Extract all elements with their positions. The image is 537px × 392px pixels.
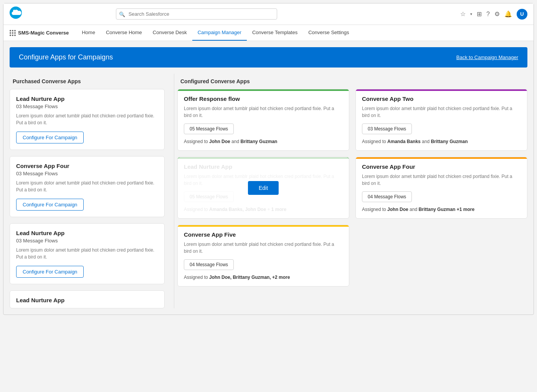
message-flows-button[interactable]: 04 Message Flows	[362, 191, 412, 202]
page-header: Configure Apps for Campaigns Back to Cam…	[10, 47, 527, 68]
right-panel-title: Configured Converse Apps	[177, 74, 527, 89]
list-item: Lead Nurture App 03 Message Flows Lorem …	[10, 223, 165, 284]
edit-button-wrap: Edit	[248, 181, 279, 195]
assigned-name: Amanda Banks	[387, 139, 421, 144]
configure-for-campaign-button[interactable]: Configure For Campaign	[16, 132, 84, 143]
add-icon[interactable]: ⊞	[477, 10, 482, 18]
message-flows-button[interactable]: 05 Message Flows	[184, 124, 234, 134]
list-item: Converse App Two Lorem ipsum dolor amet …	[355, 89, 527, 151]
page-title: Configure Apps for Campaigns	[19, 53, 113, 61]
list-item: Converse App Four Lorem ipsum dolor amet…	[355, 157, 527, 219]
assigned-text: Assigned to John Doe, Brittany Guzman, +…	[184, 275, 343, 280]
assigned-name: John Doe	[209, 139, 230, 144]
assigned-name2: Brittany Guzman +1 more	[418, 207, 474, 212]
apps-icon[interactable]	[10, 30, 16, 36]
assigned-name: John Doe	[387, 207, 408, 212]
chevron-down-icon[interactable]: ▾	[470, 12, 472, 16]
list-item: Converse App Four 03 Message Flows Lorem…	[10, 156, 165, 217]
settings-icon[interactable]: ⚙	[494, 10, 500, 18]
salesforce-logo	[10, 7, 22, 21]
app-desc: Lorem ipsum dolor amet tumblr plaid hot …	[184, 241, 343, 255]
assigned-name2: Brittany Guzman	[240, 139, 277, 144]
app-desc: Lorem ipsum dolor amet tumblr plaid hot …	[184, 105, 343, 119]
brand-label: SMS-Magic Converse	[18, 30, 69, 36]
nav-tab-home[interactable]: Home	[76, 25, 101, 41]
app-flows: 03 Message Flows	[16, 104, 158, 109]
app-flows: 03 Message Flows	[16, 238, 158, 244]
left-panel: Purchased Converse Apps Lead Nurture App…	[10, 74, 171, 308]
search-container: 🔍	[116, 8, 277, 20]
nav-brand: SMS-Magic Converse	[10, 30, 69, 36]
app-title: Converse App Two	[362, 96, 521, 102]
app-title: Converse App Four	[362, 163, 521, 170]
app-flows: 03 Message Flows	[16, 171, 158, 176]
app-desc: Lorem ipsum dolor amet tumblr plaid hot …	[362, 105, 521, 119]
list-item: Offer Response flow Lorem ipsum dolor am…	[177, 89, 349, 151]
app-desc: Lorem ipsum dolor amet tumblr plaid hot …	[16, 247, 158, 260]
message-flows-button[interactable]: 04 Message Flows	[184, 259, 234, 270]
search-input[interactable]	[116, 8, 277, 20]
nav-tab-converse-desk[interactable]: Converse Desk	[147, 25, 192, 41]
assigned-name: John Doe, Brittany Guzman, +2 more	[209, 275, 290, 280]
configured-apps-grid: Offer Response flow Lorem ipsum dolor am…	[177, 89, 527, 287]
configure-for-campaign-button[interactable]: Configure For Campaign	[16, 199, 84, 211]
app-title: Offer Response flow	[184, 96, 343, 102]
app-title: Converse App Five	[184, 231, 343, 238]
app-title: Lead Nurture App	[16, 297, 158, 303]
message-flows-button[interactable]: 03 Message Flows	[362, 124, 412, 134]
list-item: Lead Nurture App 03 Message Flows Lorem …	[10, 89, 165, 150]
assigned-name2: Brittany Guzman	[431, 139, 468, 144]
search-icon: 🔍	[119, 11, 125, 17]
app-desc: Lorem ipsum dolor amet tumblr plaid hot …	[16, 180, 158, 193]
star-icon[interactable]: ☆	[460, 10, 466, 18]
right-panel: Configured Converse Apps Offer Response …	[177, 74, 527, 308]
nav-tab-converse-settings[interactable]: Converse Settings	[303, 25, 354, 41]
nav-tab-converse-home[interactable]: Converse Home	[101, 25, 147, 41]
back-to-campaign-manager-link[interactable]: Back to Campaign Manager	[456, 54, 518, 60]
list-item: Lead Nurture App Lorem ipsum dolor amet …	[177, 157, 349, 219]
configure-for-campaign-button[interactable]: Configure For Campaign	[16, 266, 84, 278]
app-title: Converse App Four	[16, 163, 158, 169]
assigned-text: Assigned to Amanda Banks and Brittany Gu…	[362, 139, 521, 144]
purchased-apps-list: Lead Nurture App 03 Message Flows Lorem …	[10, 89, 171, 308]
list-item: Lead Nurture App	[10, 290, 165, 308]
app-desc: Lorem ipsum dolor amet tumblr plaid hot …	[16, 112, 158, 126]
list-item: Converse App Five Lorem ipsum dolor amet…	[177, 225, 349, 287]
notification-icon[interactable]: 🔔	[504, 10, 512, 18]
left-panel-title: Purchased Converse Apps	[10, 74, 171, 89]
nav-tab-campaign-manager[interactable]: Campaign Manager	[192, 25, 247, 41]
edit-button[interactable]: Edit	[248, 181, 279, 195]
assigned-text: Assigned to John Doe and Brittany Guzman	[184, 139, 343, 144]
help-icon[interactable]: ?	[486, 11, 490, 18]
avatar[interactable]: U	[517, 9, 527, 20]
assigned-text: Assigned to John Doe and Brittany Guzman…	[362, 207, 521, 212]
app-title: Lead Nurture App	[16, 230, 158, 236]
app-desc: Lorem ipsum dolor amet tumblr plaid hot …	[362, 173, 521, 187]
app-title: Lead Nurture App	[16, 96, 158, 102]
nav-tab-converse-templates[interactable]: Converse Templates	[247, 25, 303, 41]
panel-divider	[174, 74, 174, 308]
